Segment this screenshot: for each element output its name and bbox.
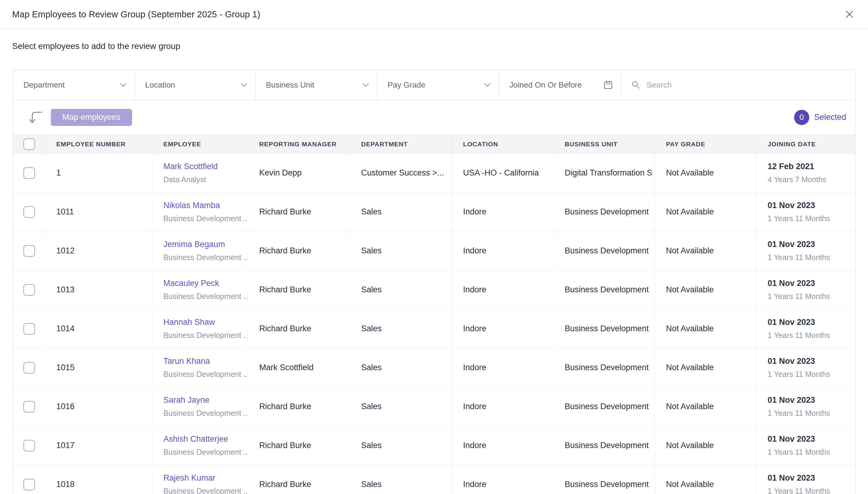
column-header-employee-number[interactable]: EMPLOYEE NUMBER: [45, 135, 152, 153]
employee-number-cell: 1018: [45, 465, 152, 494]
row-checkbox-cell: [13, 387, 45, 426]
employee-name-link[interactable]: Rajesh Kumar: [163, 473, 243, 483]
reporting-manager-cell: Kevin Depp: [248, 154, 350, 192]
business-unit: Business Development: [565, 363, 649, 372]
business-unit: Business Development: [565, 480, 649, 489]
employee-name-link[interactable]: Tarun Khana: [163, 357, 243, 366]
table-row: 1012 Jemima Begaum Business Development …: [13, 231, 855, 270]
location-cell: Indore: [452, 387, 554, 426]
row-checkbox-cell: [13, 465, 45, 494]
column-header-reporting-manager[interactable]: REPORTING MANAGER: [248, 135, 350, 153]
table-row: 1017 Ashish Chatterjee Business Developm…: [13, 426, 855, 465]
tenure: 1 Years 11 Months: [768, 487, 850, 494]
department-filter[interactable]: Department: [13, 70, 135, 100]
employee-number: 1011: [56, 207, 147, 216]
department-cell: Sales: [350, 231, 452, 270]
department: Customer Success >...: [361, 168, 446, 178]
column-header-location[interactable]: LOCATION: [452, 135, 554, 153]
row-checkbox-cell: [13, 270, 45, 309]
map-employees-button[interactable]: Map employees: [51, 109, 132, 126]
column-header-business-unit[interactable]: BUSINESS UNIT: [554, 135, 655, 153]
joining-date-cell: 01 Nov 2023 1 Years 11 Months: [757, 387, 855, 426]
employee-name-link[interactable]: Jemima Begaum: [163, 240, 243, 249]
table-body: 1 Mark Scottfield Data Analyst Kevin Dep…: [13, 154, 855, 494]
row-checkbox[interactable]: [23, 401, 35, 413]
joining-date: 01 Nov 2023: [768, 240, 850, 249]
row-checkbox[interactable]: [23, 440, 35, 451]
employee-name-link[interactable]: Nikolas Mamba: [163, 201, 243, 210]
selected-label: Selected: [814, 113, 846, 122]
employee-designation: Business Development ...: [163, 253, 243, 262]
calendar-icon: [604, 80, 613, 90]
joining-date-cell: 01 Nov 2023 1 Years 11 Months: [757, 231, 855, 270]
dialog-titlebar: Map Employees to Review Group (September…: [0, 0, 868, 29]
business-unit-filter-label: Business Unit: [266, 80, 358, 90]
row-checkbox[interactable]: [23, 323, 35, 335]
reporting-manager-cell: Mark Scottfield: [248, 348, 350, 387]
department-cell: Sales: [350, 348, 452, 387]
row-checkbox[interactable]: [23, 206, 35, 218]
joining-date-cell: 01 Nov 2023 1 Years 11 Months: [757, 309, 855, 348]
row-checkbox[interactable]: [23, 362, 35, 374]
pay-grade: Not Available: [666, 402, 751, 411]
department-filter-label: Department: [23, 80, 115, 90]
chevron-down-icon: [484, 83, 491, 87]
location-cell: Indore: [452, 193, 554, 231]
employee-number: 1: [56, 168, 147, 178]
employee-number: 1012: [56, 246, 147, 255]
pay-grade-cell: Not Available: [655, 348, 757, 387]
employee-designation: Business Development ...: [163, 214, 243, 223]
column-header-department[interactable]: DEPARTMENT: [350, 135, 452, 153]
arrow-down-icon[interactable]: [29, 110, 43, 125]
employee-cell: Ashish Chatterjee Business Development .…: [152, 426, 248, 465]
employee-name-link[interactable]: Sarah Jayne: [163, 396, 243, 405]
employee-name-link[interactable]: Hannah Shaw: [163, 318, 243, 327]
row-checkbox[interactable]: [23, 167, 35, 179]
department-cell: Sales: [350, 465, 452, 494]
column-header-employee[interactable]: EMPLOYEE: [152, 135, 248, 153]
pay-grade: Not Available: [666, 168, 751, 178]
reporting-manager: Richard Burke: [259, 285, 344, 294]
location-filter[interactable]: Location: [135, 70, 256, 100]
joining-date: 01 Nov 2023: [768, 357, 850, 366]
reporting-manager-cell: Richard Burke: [248, 387, 350, 426]
column-header-joining-date[interactable]: JOINING DATE: [757, 135, 855, 153]
business-unit-filter[interactable]: Business Unit: [256, 70, 377, 100]
department-cell: Sales: [350, 193, 452, 231]
joined-on-or-before-filter[interactable]: Joined On Or Before: [499, 70, 621, 100]
department: Sales: [361, 324, 446, 334]
table-row: 1015 Tarun Khana Business Development ..…: [13, 348, 855, 387]
row-checkbox[interactable]: [23, 245, 35, 257]
employee-name-link[interactable]: Mark Scottfield: [163, 162, 243, 171]
employee-cell: Nikolas Mamba Business Development ...: [152, 193, 248, 231]
joining-date-cell: 01 Nov 2023 1 Years 11 Months: [757, 465, 855, 494]
column-header-pay-grade[interactable]: PAY GRADE: [655, 135, 757, 153]
pay-grade-cell: Not Available: [655, 387, 757, 426]
business-unit-cell: Business Development: [554, 348, 655, 387]
row-checkbox-cell: [13, 426, 45, 465]
joining-date: 01 Nov 2023: [768, 201, 850, 210]
employee-number-cell: 1011: [45, 193, 152, 231]
employee-number: 1017: [56, 441, 147, 450]
close-button[interactable]: [843, 8, 856, 21]
employee-name-link[interactable]: Macauley Peck: [163, 279, 243, 288]
row-checkbox[interactable]: [23, 479, 35, 490]
search-input[interactable]: Search: [621, 70, 855, 100]
table-row: 1018 Rajesh Kumar Business Development .…: [13, 465, 855, 494]
reporting-manager: Richard Burke: [259, 207, 344, 216]
chevron-down-icon: [362, 83, 369, 87]
tenure: 4 Years 7 Months: [768, 175, 850, 184]
business-unit: Business Development: [565, 441, 649, 450]
select-all-checkbox[interactable]: [23, 138, 35, 150]
employee-number-cell: 1: [45, 154, 152, 192]
employee-name-link[interactable]: Ashish Chatterjee: [163, 434, 243, 444]
joining-date-cell: 01 Nov 2023 1 Years 11 Months: [757, 193, 855, 231]
pay-grade-filter[interactable]: Pay Grade: [377, 70, 499, 100]
employee-number: 1013: [56, 285, 147, 294]
reporting-manager: Kevin Depp: [259, 168, 344, 178]
table-toolbar: Map employees 0 Selected: [13, 100, 855, 134]
business-unit-cell: Business Development: [554, 270, 655, 309]
reporting-manager: Richard Burke: [259, 324, 344, 334]
reporting-manager-cell: Richard Burke: [248, 426, 350, 465]
row-checkbox[interactable]: [23, 284, 35, 296]
